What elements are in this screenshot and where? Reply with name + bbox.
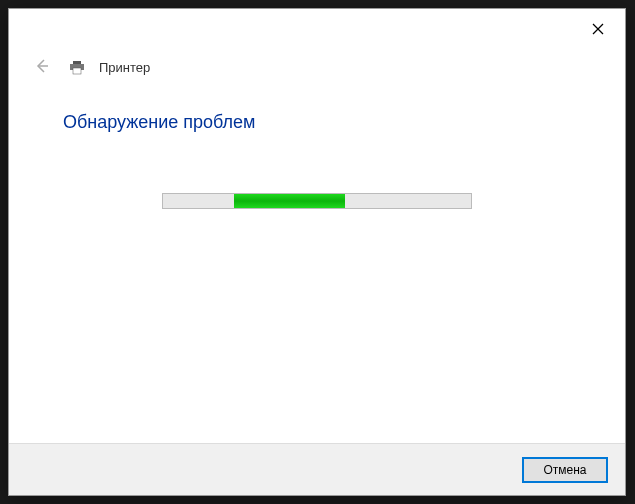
progress-container	[63, 193, 571, 209]
footer: Отмена	[9, 443, 625, 495]
content-area: Обнаружение проблем	[9, 82, 625, 443]
titlebar	[9, 9, 625, 49]
close-button[interactable]	[575, 13, 621, 45]
svg-rect-3	[73, 61, 81, 64]
progress-bar	[162, 193, 472, 209]
troubleshooter-window: Принтер Обнаружение проблем Отмена	[8, 8, 626, 496]
page-heading: Обнаружение проблем	[63, 112, 571, 133]
back-arrow-icon	[29, 53, 55, 82]
progress-fill	[234, 194, 345, 208]
close-icon	[592, 23, 604, 35]
printer-icon	[69, 60, 85, 76]
window-title: Принтер	[99, 60, 150, 75]
svg-rect-5	[73, 68, 81, 74]
cancel-button[interactable]: Отмена	[523, 458, 607, 482]
header: Принтер	[9, 49, 625, 82]
